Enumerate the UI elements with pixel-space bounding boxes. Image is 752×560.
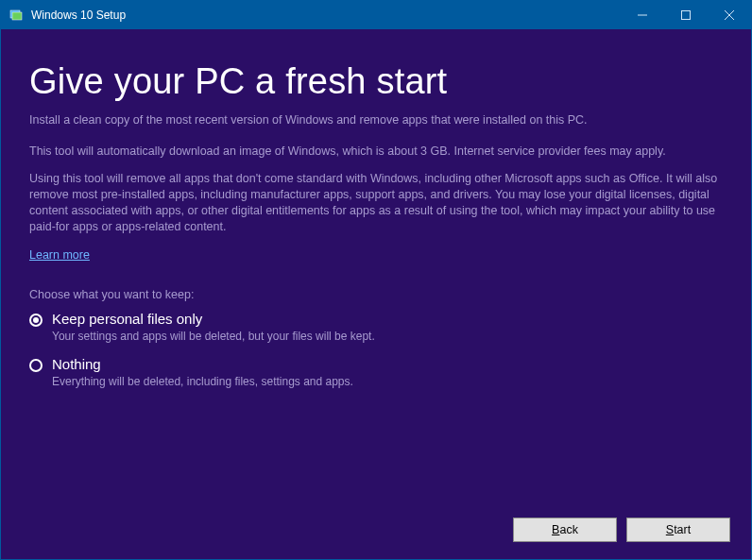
svg-rect-1 — [12, 12, 22, 20]
app-icon — [9, 8, 24, 23]
page-title: Give your PC a fresh start — [29, 61, 723, 102]
radio-keep-files[interactable] — [29, 314, 43, 327]
maximize-button[interactable] — [664, 1, 708, 29]
option-nothing-desc: Everything will be deleted, including fi… — [52, 375, 353, 388]
back-button[interactable]: Back — [513, 518, 617, 542]
choose-label: Choose what you want to keep: — [29, 288, 723, 301]
paragraph-download: This tool will automatically download an… — [29, 144, 723, 160]
learn-more-link[interactable]: Learn more — [29, 248, 90, 262]
start-button[interactable]: Start — [626, 518, 730, 542]
radio-nothing[interactable] — [29, 359, 43, 372]
minimize-button[interactable] — [621, 1, 664, 29]
footer: Back Start — [1, 501, 751, 559]
lead-text: Install a clean copy of the most recent … — [29, 113, 723, 127]
svg-rect-3 — [682, 11, 691, 20]
option-keep-files[interactable]: Keep personal files only Your settings a… — [29, 311, 723, 343]
option-keep-files-desc: Your settings and apps will be deleted, … — [52, 330, 375, 343]
option-nothing[interactable]: Nothing Everything will be deleted, incl… — [29, 356, 723, 388]
option-keep-files-label: Keep personal files only — [52, 311, 375, 327]
close-button[interactable] — [708, 1, 751, 29]
titlebar: Windows 10 Setup — [1, 1, 751, 29]
window-title: Windows 10 Setup — [31, 8, 126, 22]
option-nothing-label: Nothing — [52, 356, 353, 372]
setup-window: Windows 10 Setup Give your PC a fresh st… — [0, 0, 752, 560]
content-area: Give your PC a fresh start Install a cle… — [1, 29, 751, 501]
paragraph-warning: Using this tool will remove all apps tha… — [29, 171, 723, 235]
